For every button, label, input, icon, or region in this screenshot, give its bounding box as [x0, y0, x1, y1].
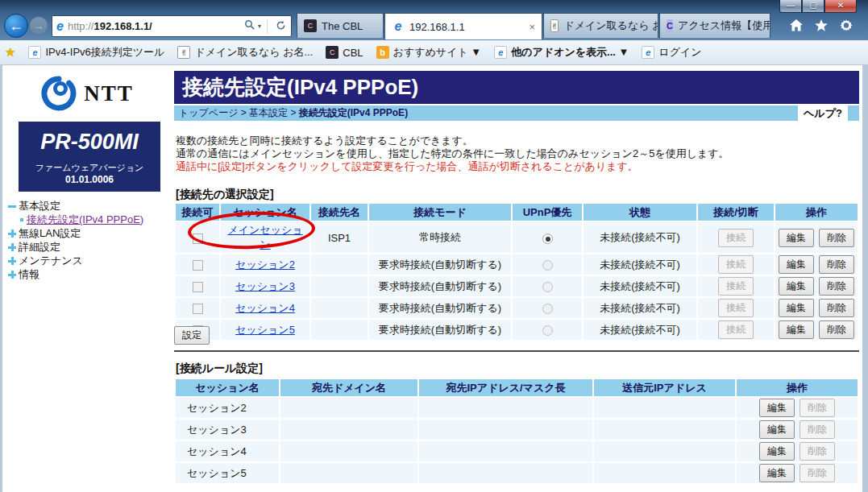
delete-button[interactable]: 削除 [799, 399, 835, 417]
table-row: セッション4 要求時接続(自動切断する) 未接続(接続不可) 接続 編集削除 [176, 298, 858, 318]
upnp-radio[interactable] [542, 282, 553, 292]
isp-name [311, 298, 368, 318]
edit-button[interactable]: 編集 [779, 277, 814, 296]
upnp-radio[interactable] [542, 304, 553, 314]
favorites-star-icon[interactable] [814, 19, 829, 32]
upnp-radio[interactable] [542, 325, 553, 336]
add-favorite-button[interactable]: ★ [5, 45, 15, 60]
forward-button[interactable]: → [29, 16, 48, 35]
favorite-login[interactable]: e ログイン [642, 45, 701, 60]
tab-label: 192.168.1.1 [409, 21, 465, 33]
favorite-ipv4-ipv6-tool[interactable]: e IPv4-IPv6接続判定ツール [28, 45, 164, 60]
col-operations: 操作 [775, 204, 858, 221]
settings-gear-icon[interactable] [839, 19, 853, 32]
help-link[interactable]: ヘルプ? [798, 106, 848, 121]
delete-button[interactable]: 削除 [819, 320, 854, 339]
connection-rule-table: セッション名 宛先ドメイン名 宛先IPアドレス/マスク長 送信元IPアドレス 操… [174, 378, 859, 485]
sidebar-item-basic-settings[interactable]: 基本設定 [7, 199, 143, 213]
edit-button[interactable]: 編集 [779, 255, 814, 274]
connect-button[interactable]: 接続 [718, 299, 754, 317]
sidebar-item-pppoe-settings[interactable]: 接続先設定(IPv4 PPPoE) [7, 213, 143, 226]
delete-button[interactable]: 削除 [799, 464, 835, 482]
table-row: セッション3 編集削除 [176, 420, 858, 440]
close-button[interactable]: ✕ [824, 0, 857, 13]
favorite-more-addons[interactable]: e 他のアドオンを表示... ▼ [494, 45, 629, 60]
sidebar-item-wireless-lan[interactable]: 無線LAN設定 [7, 226, 143, 240]
c-favicon: C [667, 19, 673, 32]
connect-button[interactable]: 接続 [718, 277, 754, 296]
home-icon[interactable] [789, 19, 804, 32]
tab-the-cbl[interactable]: C The CBL [297, 13, 384, 38]
favorite-label: CBL [343, 47, 363, 59]
delete-button[interactable]: 削除 [819, 299, 854, 317]
sidebar-menu: 基本設定 接続先設定(IPv4 PPPoE) 無線LAN設定 詳細設定 メンテナ… [7, 199, 143, 281]
session-link-4[interactable]: セッション4 [235, 302, 295, 314]
delete-button[interactable]: 削除 [799, 420, 835, 439]
connection-mode: 要求時接続(自動切断する) [369, 320, 511, 340]
sidebar-item-maintenance[interactable]: メンテナンス [7, 254, 143, 267]
edit-button[interactable]: 編集 [779, 229, 814, 247]
tab-192-168-1-1[interactable]: e 192.168.1.1 × [384, 13, 542, 39]
url-host: 192.168.1.1/ [93, 20, 152, 32]
edit-button[interactable]: 編集 [759, 420, 795, 439]
back-button[interactable]: ← [4, 14, 28, 38]
cbl-icon: C [326, 46, 338, 59]
edit-button[interactable]: 編集 [759, 442, 795, 461]
sidebar-item-information[interactable]: 情報 [7, 267, 143, 281]
breadcrumb-current: 接続先設定(IPv4 PPPoE) [299, 107, 408, 118]
tab-label: ドメイン取るなら お名... [563, 19, 658, 33]
edit-button[interactable]: 編集 [759, 464, 795, 482]
expand-plus-icon [7, 256, 17, 266]
session-link-3[interactable]: セッション3 [235, 280, 295, 292]
bullet-icon [20, 218, 23, 221]
minimize-button[interactable]: — [779, 0, 802, 13]
col-operations: 操作 [737, 379, 858, 396]
edit-button[interactable]: 編集 [759, 399, 795, 417]
source-ip [594, 420, 735, 440]
delete-button[interactable]: 削除 [819, 255, 854, 274]
connect-button[interactable]: 接続 [718, 229, 754, 247]
upnp-radio[interactable] [542, 260, 553, 271]
col-connection-mode: 接続モード [369, 204, 511, 221]
favorite-label: IPv4-IPv6接続判定ツール [45, 45, 164, 60]
dest-domain [280, 398, 417, 418]
tab-domain[interactable]: ✌ ドメイン取るなら お名... [543, 13, 658, 38]
ntt-wordmark: NTT [84, 81, 134, 106]
apply-settings-button[interactable]: 設定 [174, 326, 210, 345]
sidebar-item-advanced-settings[interactable]: 詳細設定 [7, 240, 143, 254]
address-bar[interactable]: e http:// 192.168.1.1/ ▾ [52, 15, 292, 37]
connection-mode: 常時接続 [369, 222, 511, 253]
delete-button[interactable]: 削除 [799, 442, 835, 461]
favorites-bar: ★ e IPv4-IPv6接続判定ツール ✌ ドメイン取るなら お名... C … [0, 40, 868, 65]
expand-plus-icon [7, 242, 17, 252]
maximize-button[interactable]: ▢ [802, 0, 824, 13]
tab-close-icon[interactable]: × [521, 21, 535, 33]
session-link-2[interactable]: セッション2 [235, 258, 295, 271]
breadcrumb-prefix[interactable]: トップページ > 基本設定 > [179, 107, 299, 118]
ie-page-icon: e [28, 46, 41, 59]
search-icon[interactable] [244, 19, 255, 33]
col-dest-domain: 宛先ドメイン名 [280, 379, 417, 396]
session-link-5[interactable]: セッション5 [235, 324, 295, 336]
collapse-minus-icon [7, 201, 17, 211]
connectable-checkbox[interactable] [193, 304, 203, 314]
col-dest-ip-mask: 宛先IPアドレス/マスク長 [419, 379, 592, 396]
delete-button[interactable]: 削除 [819, 229, 854, 247]
tab-access-info[interactable]: C アクセス情報【使用中... [659, 13, 770, 38]
favorite-cbl[interactable]: C CBL [326, 46, 363, 59]
edit-button[interactable]: 編集 [779, 320, 814, 339]
connect-button[interactable]: 接続 [718, 255, 754, 274]
refresh-icon[interactable] [271, 20, 291, 33]
search-dropdown-caret[interactable]: ▾ [255, 23, 264, 30]
peace-hand-icon: ✌ [177, 46, 190, 59]
connect-button[interactable]: 接続 [718, 320, 754, 339]
table-row: セッション3 要求時接続(自動切断する) 未接続(接続不可) 接続 編集削除 [176, 276, 858, 296]
connectable-checkbox[interactable] [193, 282, 203, 292]
delete-button[interactable]: 削除 [819, 277, 854, 296]
favorite-domain[interactable]: ✌ ドメイン取るなら お名... [177, 45, 313, 60]
favorite-suggested-sites[interactable]: b おすすめサイト ▼ [376, 45, 482, 60]
upnp-radio[interactable] [542, 234, 553, 244]
connectable-checkbox[interactable] [193, 260, 203, 271]
edit-button[interactable]: 編集 [779, 299, 814, 317]
ie-icon: e [52, 19, 68, 34]
